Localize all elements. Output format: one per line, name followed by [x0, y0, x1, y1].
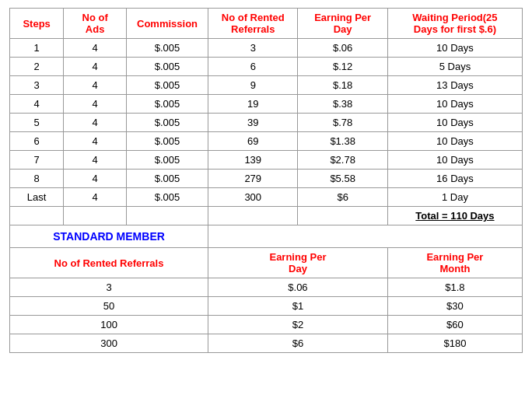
header-steps: Steps	[10, 9, 64, 39]
table-row: 2 4 $.005 6 $.12 5 Days	[10, 58, 523, 76]
cell-referrals: 69	[208, 132, 298, 151]
cell-commission: $.005	[127, 170, 208, 188]
cell-ads: 4	[64, 95, 127, 114]
standard-member-empty	[208, 225, 523, 248]
cell-commission: $.005	[127, 76, 208, 95]
cell-ads: 4	[64, 114, 127, 132]
section2-row: 100 $2 $60	[10, 316, 523, 334]
table-row: 8 4 $.005 279 $5.58 16 Days	[10, 170, 523, 188]
cell-commission: $.005	[127, 95, 208, 114]
section2-earning-month-val: $60	[387, 316, 522, 334]
cell-referrals: 6	[208, 58, 298, 76]
cell-step-last: Last	[10, 188, 64, 207]
cell-commission: $.005	[127, 151, 208, 170]
cell-waiting: 10 Days	[387, 151, 522, 170]
cell-ads: 4	[64, 39, 127, 58]
header-commission: Commission	[127, 9, 208, 39]
section2-earning-day-val: $1	[208, 297, 388, 316]
total-empty-3	[127, 207, 208, 225]
total-empty-2	[64, 207, 127, 225]
header-waiting-period: Waiting Period(25Days for first $.6)	[387, 9, 522, 39]
cell-step: 3	[10, 76, 64, 95]
section2-referrals-val: 50	[10, 297, 208, 316]
cell-earning: $2.78	[298, 151, 387, 170]
cell-ads: 4	[64, 170, 127, 188]
cell-ads: 4	[64, 151, 127, 170]
cell-referrals: 300	[208, 188, 298, 207]
table-row: 6 4 $.005 69 $1.38 10 Days	[10, 132, 523, 151]
cell-earning: $6	[298, 188, 387, 207]
cell-commission: $.005	[127, 132, 208, 151]
cell-commission: $.005	[127, 39, 208, 58]
cell-waiting: 5 Days	[387, 58, 522, 76]
cell-waiting: 10 Days	[387, 114, 522, 132]
cell-step: 1	[10, 39, 64, 58]
cell-earning: $1.38	[298, 132, 387, 151]
cell-referrals: 139	[208, 151, 298, 170]
section2-referrals-val: 3	[10, 278, 208, 297]
cell-waiting: 10 Days	[387, 39, 522, 58]
table-row: 3 4 $.005 9 $.18 13 Days	[10, 76, 523, 95]
section2-referrals-header: No of Rented Referrals	[10, 248, 208, 278]
table-row: 1 4 $.005 3 $.06 10 Days	[10, 39, 523, 58]
cell-waiting: 10 Days	[387, 132, 522, 151]
cell-waiting: 13 Days	[387, 76, 522, 95]
cell-step: 6	[10, 132, 64, 151]
section2-earning-day-header: Earning PerDay	[208, 248, 388, 278]
cell-commission: $.005	[127, 58, 208, 76]
standard-member-label: STANDARD MEMBER	[53, 230, 165, 243]
section2-referrals-val: 300	[10, 334, 208, 353]
cell-referrals: 39	[208, 114, 298, 132]
table-row-last: Last 4 $.005 300 $6 1 Day	[10, 188, 523, 207]
cell-commission: $.005	[127, 114, 208, 132]
cell-waiting: 10 Days	[387, 95, 522, 114]
standard-member-cell: STANDARD MEMBER	[10, 225, 208, 248]
cell-ads: 4	[64, 58, 127, 76]
cell-ads: 4	[64, 76, 127, 95]
table-row: 4 4 $.005 19 $.38 10 Days	[10, 95, 523, 114]
cell-step: 7	[10, 151, 64, 170]
header-rented-referrals: No of RentedReferrals	[208, 9, 298, 39]
total-empty-4	[208, 207, 298, 225]
cell-earning: $.06	[298, 39, 387, 58]
standard-member-row: STANDARD MEMBER	[10, 225, 523, 248]
cell-referrals: 9	[208, 76, 298, 95]
section2-earning-day-val: $2	[208, 316, 388, 334]
cell-waiting: 1 Day	[387, 188, 522, 207]
cell-referrals: 3	[208, 39, 298, 58]
section2-row: 300 $6 $180	[10, 334, 523, 353]
section2-header-row: No of Rented Referrals Earning PerDay Ea…	[10, 248, 523, 278]
section2-row: 50 $1 $30	[10, 297, 523, 316]
cell-step: 8	[10, 170, 64, 188]
section2-earning-day-val: $6	[208, 334, 388, 353]
header-earning-per-day: Earning PerDay	[298, 9, 387, 39]
section2-earning-month-val: $180	[387, 334, 522, 353]
total-row: Total = 110 Days	[10, 207, 523, 225]
cell-commission: $.005	[127, 188, 208, 207]
table-row: 5 4 $.005 39 $.78 10 Days	[10, 114, 523, 132]
cell-step: 4	[10, 95, 64, 114]
section2-earning-month-header: Earning PerMonth	[387, 248, 522, 278]
cell-earning: $.12	[298, 58, 387, 76]
cell-ads: 4	[64, 188, 127, 207]
section2-earning-month-val: $30	[387, 297, 522, 316]
cell-earning: $.18	[298, 76, 387, 95]
cell-earning: $.78	[298, 114, 387, 132]
table-row: 7 4 $.005 139 $2.78 10 Days	[10, 151, 523, 170]
total-label: Total = 110 Days	[387, 207, 522, 225]
total-empty-1	[10, 207, 64, 225]
cell-earning: $5.58	[298, 170, 387, 188]
section2-referrals-val: 100	[10, 316, 208, 334]
cell-step: 5	[10, 114, 64, 132]
section2-earning-month-val: $1.8	[387, 278, 522, 297]
cell-referrals: 19	[208, 95, 298, 114]
header-no-of-ads: No ofAds	[64, 9, 127, 39]
cell-waiting: 16 Days	[387, 170, 522, 188]
cell-earning: $.38	[298, 95, 387, 114]
cell-step: 2	[10, 58, 64, 76]
cell-ads: 4	[64, 132, 127, 151]
section2-row: 3 $.06 $1.8	[10, 278, 523, 297]
section2-earning-day-val: $.06	[208, 278, 388, 297]
total-empty-5	[298, 207, 387, 225]
main-table: Steps No ofAds Commission No of RentedRe…	[9, 8, 523, 353]
